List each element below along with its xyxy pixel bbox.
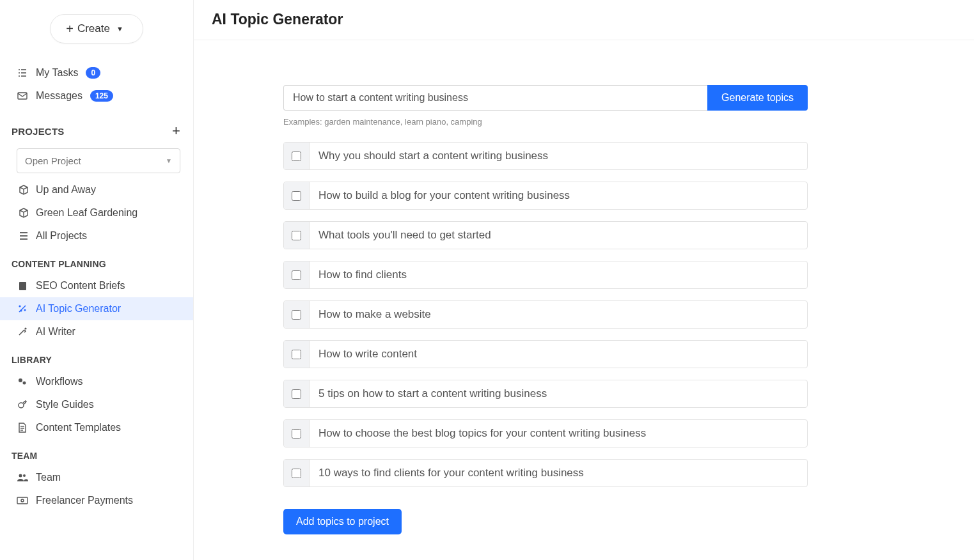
topic-checkbox[interactable]	[292, 270, 301, 280]
topic-input[interactable]	[283, 85, 707, 111]
topic-row: How to choose the best blog topics for y…	[283, 419, 808, 447]
svg-point-21	[19, 474, 22, 478]
topic-checkbox[interactable]	[292, 231, 301, 240]
cube-icon	[18, 185, 29, 195]
topic-text: How to make a website	[310, 301, 807, 328]
checkbox-cell	[284, 420, 310, 447]
nav-team[interactable]: Team	[0, 466, 193, 489]
topic-text: 5 tips on how to start a content writing…	[310, 380, 807, 407]
checkbox-cell	[284, 222, 310, 249]
svg-rect-23	[17, 497, 27, 504]
nav-messages[interactable]: Messages 125	[0, 84, 193, 107]
gears-icon	[17, 377, 28, 387]
nav-label: AI Topic Generator	[36, 303, 121, 315]
caret-down-icon: ▼	[166, 157, 172, 164]
main: AI Topic Generator Generate topics Examp…	[194, 0, 974, 560]
note-icon	[17, 281, 28, 291]
topic-text: How to build a blog for your content wri…	[310, 182, 807, 209]
generate-button[interactable]: Generate topics	[707, 85, 808, 111]
nav-ai-topic-generator[interactable]: AI Topic Generator	[0, 297, 193, 320]
nav-label: Workflows	[36, 376, 83, 387]
topic-checkbox[interactable]	[292, 389, 301, 399]
add-topics-button[interactable]: Add topics to project	[283, 509, 402, 534]
topic-row: 5 tips on how to start a content writing…	[283, 380, 808, 408]
topic-text: How to choose the best blog topics for y…	[310, 420, 807, 447]
topic-row: How to find clients	[283, 261, 808, 289]
plus-icon: +	[66, 22, 74, 35]
checkbox-cell	[284, 301, 310, 328]
badge: 0	[86, 67, 100, 79]
wand-icon	[17, 327, 28, 337]
project-all[interactable]: All Projects	[0, 224, 193, 247]
svg-point-11	[19, 306, 20, 307]
topic-row: How to build a blog for your content wri…	[283, 182, 808, 210]
project-item[interactable]: Up and Away	[0, 178, 193, 201]
content-planning-heading: CONTENT PLANNING	[0, 247, 193, 274]
topic-text: How to write content	[310, 341, 807, 368]
topic-checkbox[interactable]	[292, 429, 301, 439]
wand-icon	[17, 304, 28, 314]
sidebar: + Create ▼ My Tasks 0 Messages 125 PROJE…	[0, 0, 194, 560]
team-heading: TEAM	[0, 439, 193, 466]
checkbox-cell	[284, 380, 310, 407]
project-label: All Projects	[36, 230, 87, 242]
people-icon	[17, 473, 28, 482]
palette-icon	[17, 400, 28, 410]
mail-icon	[17, 92, 28, 100]
nav-label: Freelancer Payments	[36, 495, 133, 506]
nav-label: Style Guides	[36, 399, 94, 410]
cube-icon	[18, 208, 29, 218]
nav-workflows[interactable]: Workflows	[0, 370, 193, 393]
topic-text: What tools you'll need to get started	[310, 222, 807, 249]
tasks-icon	[17, 68, 28, 78]
nav-seo-briefs[interactable]: SEO Content Briefs	[0, 274, 193, 297]
projects-heading: PROJECTS	[12, 126, 64, 137]
create-button[interactable]: + Create ▼	[50, 14, 143, 43]
add-project-button[interactable]: +	[172, 123, 180, 139]
badge: 125	[90, 90, 113, 102]
nav-my-tasks[interactable]: My Tasks 0	[0, 61, 193, 84]
file-icon	[17, 423, 28, 433]
checkbox-cell	[284, 182, 310, 209]
topic-row: 10 ways to find clients for your content…	[283, 459, 808, 487]
projects-heading-row: PROJECTS +	[0, 111, 193, 144]
project-label: Green Leaf Gardening	[36, 207, 137, 219]
topic-checkbox[interactable]	[292, 469, 301, 478]
open-project-label: Open Project	[25, 155, 81, 166]
svg-point-16	[23, 382, 26, 385]
open-project-select[interactable]: Open Project ▼	[17, 148, 180, 173]
svg-rect-6	[18, 93, 27, 99]
svg-point-24	[21, 499, 24, 502]
topic-checkbox[interactable]	[292, 350, 301, 359]
caret-down-icon: ▼	[116, 25, 123, 33]
nav-label: Team	[36, 472, 61, 483]
topic-text: How to find clients	[310, 261, 807, 288]
topic-checkbox[interactable]	[292, 310, 301, 320]
cash-icon	[17, 497, 28, 504]
create-label: Create	[77, 22, 110, 35]
project-item[interactable]: Green Leaf Gardening	[0, 201, 193, 224]
topic-row: How to make a website	[283, 300, 808, 329]
nav-content-templates[interactable]: Content Templates	[0, 416, 193, 439]
nav-label: My Tasks	[36, 67, 78, 79]
content-area: Generate topics Examples: garden mainten…	[194, 40, 808, 534]
topic-text: 10 ways to find clients for your content…	[310, 460, 807, 486]
checkbox-cell	[284, 261, 310, 288]
nav-freelancer-payments[interactable]: Freelancer Payments	[0, 489, 193, 512]
generate-row: Generate topics	[283, 85, 808, 111]
checkbox-cell	[284, 143, 310, 169]
project-label: Up and Away	[36, 184, 96, 196]
svg-point-14	[25, 328, 26, 329]
topics-list: Why you should start a content writing b…	[283, 142, 808, 487]
topic-row: How to write content	[283, 340, 808, 368]
topic-row: What tools you'll need to get started	[283, 221, 808, 249]
topic-row: Why you should start a content writing b…	[283, 142, 808, 170]
examples-text: Examples: garden maintenance, learn pian…	[283, 117, 808, 127]
topic-checkbox[interactable]	[292, 152, 301, 161]
nav-label: SEO Content Briefs	[36, 280, 125, 292]
topic-checkbox[interactable]	[292, 191, 301, 201]
nav-ai-writer[interactable]: AI Writer	[0, 320, 193, 343]
checkbox-cell	[284, 460, 310, 486]
svg-point-12	[24, 309, 26, 311]
nav-style-guides[interactable]: Style Guides	[0, 393, 193, 416]
